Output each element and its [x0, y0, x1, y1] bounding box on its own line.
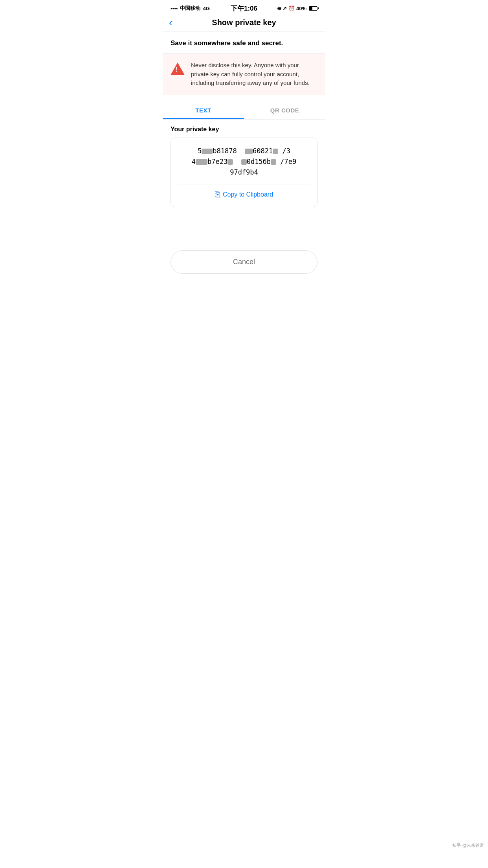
private-key-section: Your private key 5b81878 60821 /3 4b7e23… [163, 120, 325, 214]
carrier: 中国移动 [180, 5, 200, 12]
cancel-button[interactable]: Cancel [171, 250, 317, 274]
nav-bar: ‹ Show private key [163, 14, 325, 31]
battery-icon [309, 6, 317, 11]
key-text: 5b81878 60821 /3 4b7e23 0d156b /7e9 97df… [179, 146, 309, 178]
network-type: 4G [203, 6, 209, 11]
warning-triangle-icon [171, 63, 185, 75]
key-box: 5b81878 60821 /3 4b7e23 0d156b /7e9 97df… [171, 138, 317, 208]
copy-button[interactable]: ⎘ Copy to Clipboard [179, 190, 309, 199]
copy-icon: ⎘ [215, 190, 220, 199]
tab-qr-code[interactable]: QR CODE [244, 101, 325, 119]
back-icon: ‹ [169, 17, 172, 29]
tabs-container: TEXT QR CODE [163, 101, 325, 120]
copy-text: Copy to Clipboard [223, 191, 273, 198]
save-title: Save it somewhere safe and secret. [171, 39, 283, 47]
location-icon: ⊕ ↗ ⏰ [277, 6, 295, 11]
bottom-area: Cancel [163, 243, 325, 289]
status-bar: ▪▪▪▪ 中国移动 4G 下午1:06 ⊕ ↗ ⏰ 40% [163, 0, 325, 14]
key-line-2: 4b7e23 0d156b /7e9 [179, 156, 309, 167]
page-title: Show private key [212, 18, 276, 27]
status-time: 下午1:06 [231, 4, 257, 13]
save-section: Save it somewhere safe and secret. [163, 31, 325, 54]
warning-banner: Never disclose this key. Anyone with you… [163, 54, 325, 95]
status-left: ▪▪▪▪ 中国移动 4G [171, 5, 210, 12]
spacer [163, 213, 325, 243]
status-right: ⊕ ↗ ⏰ 40% [277, 6, 317, 11]
warning-text: Never disclose this key. Anyone with you… [191, 61, 317, 88]
back-button[interactable]: ‹ [169, 17, 172, 29]
key-divider [179, 184, 309, 184]
content-area: Save it somewhere safe and secret. Never… [163, 31, 325, 289]
signal-icon: ▪▪▪▪ [171, 6, 178, 11]
private-key-label: Your private key [171, 126, 317, 133]
tab-text[interactable]: TEXT [163, 101, 244, 119]
key-line-3: 97df9b4 [179, 167, 309, 178]
key-line-1: 5b81878 60821 /3 [179, 146, 309, 156]
battery-percent: 40% [296, 6, 306, 11]
warning-icon [171, 62, 185, 76]
